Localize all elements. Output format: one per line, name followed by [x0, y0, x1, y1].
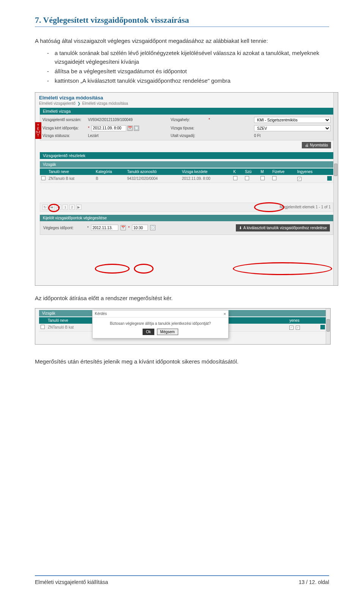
value-utalt-dij: 0 Ft [254, 134, 331, 138]
cell-taz: 9432/12/020/0004 [126, 175, 180, 183]
screenshot-2: Vizsgák Tanuló neve Kategó yenes ZNTanul… [35, 308, 331, 345]
calendar-icon[interactable]: 📅 [127, 126, 133, 131]
page-1[interactable]: 1 [63, 205, 68, 210]
cancel-button[interactable]: Mégsem [157, 329, 178, 335]
select-vizsga-tipus[interactable]: SZEV [254, 125, 331, 131]
row-checkbox[interactable] [41, 176, 46, 180]
confirm-dialog: Kérdés × Biztosan véglegesre állítja a t… [92, 310, 229, 338]
cell-chk[interactable]: ✓ [296, 326, 300, 330]
label-kert-idopont: Vizsga kért időpontja: [42, 126, 88, 130]
cell-name: ZNTanuló B kat [47, 175, 94, 183]
col-tanulo-neve: Tanuló neve [47, 168, 94, 175]
grid-icon[interactable] [327, 176, 332, 181]
input-kert-idopont[interactable] [91, 125, 126, 131]
assign-schedule-button[interactable]: ⬇ A kiválasztott tanulók vizsgaidőpontho… [236, 224, 330, 231]
section-bar-vizsgak: Vizsgák [40, 161, 333, 168]
cell-kezd: 2012.11.09. 8:00 [180, 175, 232, 183]
col-kategoria: Kategória [94, 168, 126, 175]
clock-icon[interactable]: 🕘 [150, 225, 155, 230]
list-item: kattintson „A kiválasztott tanulók vizsg… [47, 76, 329, 85]
req-asterisk: * [88, 126, 89, 130]
req-asterisk: * [87, 226, 89, 230]
screenshot-1: T E SZ T Elméleti vizsga módosítása Elmé… [35, 92, 338, 286]
col-k: K [232, 168, 243, 175]
col-szu: Szü [243, 168, 259, 175]
footer-left: Elméleti vizsgajelentő kiállítása [35, 579, 108, 585]
row-checkbox[interactable] [41, 325, 45, 329]
calendar-icon[interactable]: 📅 [121, 225, 126, 230]
intro-paragraph: A hatóság által visszaigazolt végleges v… [35, 37, 329, 46]
label-utalt-dij: Utalt vizsgadíj: [171, 134, 209, 138]
cell-chk-fizetve[interactable] [272, 176, 276, 180]
printer-icon: 🖨 [305, 143, 309, 147]
pager-info: Megjelenített elemek 1 - 1 of 1 [279, 205, 331, 209]
close-icon[interactable]: × [224, 312, 226, 316]
form-grid: Vizsgajelentő sorszám: VI/9342/20121109/… [40, 115, 333, 140]
list-item: állítsa be a véglegesített vizsgadátumot… [47, 67, 329, 76]
mid-paragraph-2: Megerősítés után értesítés jelenik meg a… [35, 358, 329, 365]
cell-kat: B [94, 175, 126, 183]
table-row[interactable]: ZNTanuló B kat B 9432/12/020/0004 2012.1… [40, 175, 333, 183]
section-bar-kijelolt: Kijelölt vizsgaidőpontok véglegesítése [40, 215, 333, 221]
input-vegleges-time[interactable] [132, 225, 148, 231]
breadcrumb-item: Elméleti vizsga módosítása [82, 101, 128, 105]
value-statusz: Lezárt [88, 134, 171, 138]
cell-chk-szu[interactable] [245, 176, 249, 180]
vertical-scrollbar[interactable] [326, 309, 330, 344]
first-page-icon[interactable]: ⏮ [49, 205, 55, 210]
footer-right: 13 / 12. oldal [299, 579, 329, 585]
value-sorszam: VI/9342/20121109/100049 [88, 118, 171, 122]
section-bar-reszletek[interactable]: Vizsgajelentő részletek [40, 152, 333, 159]
col-ingyenes: Ingyenes [296, 168, 326, 175]
input-vegleges-date[interactable] [91, 225, 118, 231]
breadcrumb: Elméleti vizsgajelentő ❯ Elméleti vizsga… [39, 101, 334, 105]
download-icon: ⬇ [239, 226, 242, 230]
col-m: M [259, 168, 271, 175]
col-checkbox [40, 168, 47, 175]
label-vizsga-tipus: Vizsga típusa: [171, 126, 209, 130]
col-actions [326, 168, 333, 175]
section-heading: 7. Véglegesített vizsgaidőpontok visszaí… [35, 15, 329, 27]
breadcrumb-item[interactable]: Elméleti vizsgajelentő [39, 101, 75, 105]
col-vizsga-kezdete: Vizsga kezdete [180, 168, 232, 175]
prev-page-icon[interactable]: ◀ [56, 205, 61, 210]
col-fizetve: Fizetve [271, 168, 296, 175]
label-sorszam: Vizsgajelentő sorszám: [42, 118, 88, 122]
col-tanulo-azon: Tanulói azonosító [126, 168, 180, 175]
next-page-icon[interactable]: ▶ [76, 205, 82, 210]
dialog-message: Biztosan véglegesre állítja a tanulók je… [93, 318, 228, 329]
ok-button[interactable]: Ok [143, 329, 154, 335]
footer-rule [35, 575, 329, 576]
cell-chk[interactable]: ✓ [289, 326, 293, 330]
cell-chk-ingyenes[interactable]: ✓ [297, 177, 301, 181]
students-table: Tanuló neve Kategória Tanulói azonosító … [40, 168, 333, 183]
cell-chk-m[interactable] [260, 176, 265, 180]
refresh-icon[interactable]: ↻ [42, 205, 48, 210]
list-item: a tanulók sorának bal szélén lévő jelölő… [47, 49, 329, 66]
page-2[interactable]: 2 [69, 205, 75, 210]
instruction-list: a tanulók sorának bal szélén lévő jelölő… [47, 49, 329, 85]
clock-icon[interactable]: 🕘 [134, 126, 139, 131]
chevron-right-icon: ❯ [77, 101, 80, 105]
dialog-title: Kérdés [95, 312, 107, 316]
label-vegleges-idopont: Végleges időpont: [43, 226, 85, 230]
col-yenes: yenes [288, 317, 319, 324]
print-button[interactable]: 🖨 Nyomtatás [302, 142, 331, 148]
mid-paragraph-1: Az időpontok átírása előtt a rendszer me… [35, 295, 329, 301]
vertical-scrollbar[interactable] [333, 93, 338, 285]
cell-chk-k[interactable] [233, 176, 237, 180]
label-vizsgahely: Vizsgahely: [171, 118, 209, 122]
pager-controls[interactable]: ↻ ⏮ ◀ 1 2 ▶ [42, 205, 82, 210]
grid-icon[interactable] [320, 325, 325, 329]
label-statusz: Vizsga státusza: [42, 134, 88, 138]
select-vizsgahely[interactable]: KMI - Szigetszentmiklós [254, 117, 331, 123]
section-bar-elmeleti-vizsga: Elméleti vizsga [40, 108, 333, 115]
teszt-badge: T E SZ T [35, 122, 41, 139]
req-asterisk: * [209, 118, 253, 122]
page-title: Elméleti vizsga módosítása [39, 95, 334, 101]
